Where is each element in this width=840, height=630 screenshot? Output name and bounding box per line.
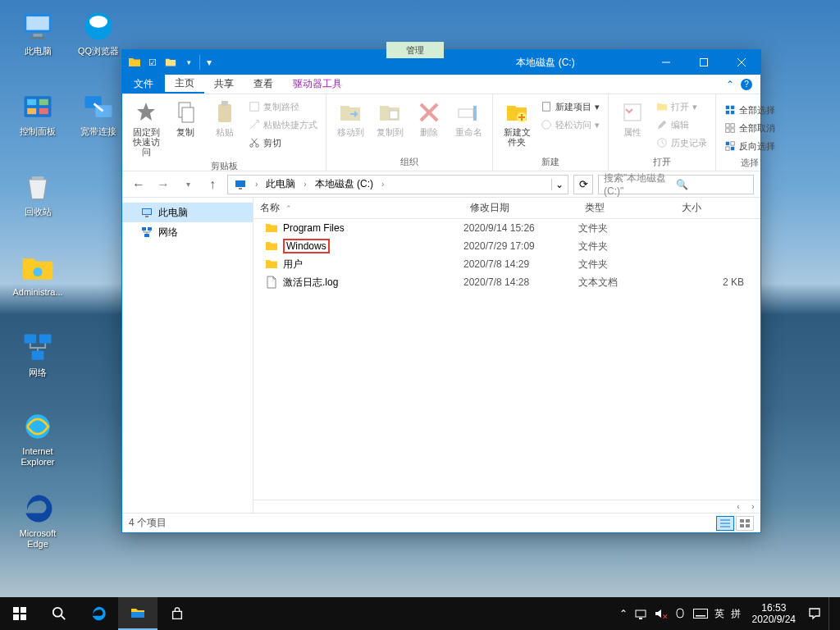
qat-dropdown-icon[interactable]: ▾ [181,55,196,70]
desktop-icon-ie[interactable]: Internet Explorer [8,409,67,468]
start-button[interactable] [0,597,39,630]
close-button[interactable] [723,50,760,75]
svg-rect-26 [221,101,228,106]
paste-button[interactable]: 粘贴 [208,98,242,139]
up-button[interactable]: ↑ [203,175,222,194]
file-row[interactable]: 用户2020/7/8 14:29文件夹 [253,255,760,273]
file-row[interactable]: Windows2020/7/29 17:09文件夹 [253,237,760,255]
back-button[interactable]: ← [129,175,148,194]
svg-rect-25 [218,104,231,122]
easy-access-button[interactable]: 轻松访问 ▾ [539,116,601,134]
minimize-button[interactable] [647,50,685,75]
help-icon[interactable]: ? [741,79,752,90]
tray-ime-mode[interactable]: 拼 [731,607,741,621]
refresh-button[interactable]: ⟳ [573,175,593,194]
tab-file[interactable]: 文件 [122,75,165,94]
select-all-button[interactable]: 全部选择 [723,101,777,119]
move-to-button[interactable]: 移动到 [333,98,368,139]
desktop-icon-this-pc[interactable]: 此电脑 [8,8,67,57]
delete-button[interactable]: 删除 [412,98,446,139]
copy-to-button[interactable]: 复制到 [372,98,407,139]
tray-volume-muted-icon[interactable]: ✕ [654,607,667,620]
desktop-icon-recycle-bin[interactable]: 回收站 [8,169,67,217]
svg-rect-68 [21,607,26,613]
taskbar-explorer[interactable] [118,597,158,630]
file-row[interactable]: 激活日志.log2020/7/8 14:28文本文档2 KB [253,273,760,291]
tray-clock[interactable]: 16:53 2020/9/24 [747,602,801,626]
group-open-label: 打开 [653,154,671,171]
action-center-icon[interactable] [807,606,822,621]
tab-view[interactable]: 查看 [244,75,283,94]
group-organize-label: 组织 [400,154,418,171]
col-type[interactable]: 类型 [578,198,675,218]
col-date[interactable]: 修改日期 [463,198,578,218]
desktop-icon-broadband[interactable]: 宽带连接 [69,89,128,137]
copy-path-button[interactable]: 复制路径 [247,98,319,116]
breadcrumb-pc-icon[interactable] [230,176,251,194]
ribbon-tabs: 文件 主页 共享 查看 驱动器工具 ⌃ ? [122,75,760,94]
breadcrumb[interactable]: › 此电脑 › 本地磁盘 (C:) › ⌄ [227,175,568,194]
pin-to-quick-access-button[interactable]: 固定到快速访问 [129,98,163,158]
history-button[interactable]: 历史记录 [655,134,709,152]
svg-rect-64 [746,519,750,523]
taskbar-store[interactable] [158,597,197,630]
rename-button[interactable]: 重命名 [451,98,486,139]
open-button[interactable]: 打开 ▾ [655,98,709,116]
svg-rect-2 [34,34,43,37]
show-desktop-button[interactable] [829,597,833,630]
desktop-icon-network[interactable]: 网络 [8,330,67,378]
breadcrumb-dropdown-icon[interactable]: ⌄ [551,179,566,190]
desktop-icon-admin-folder[interactable]: Administra... [8,249,67,298]
qat-checkbox-icon[interactable]: ☑ [145,55,160,70]
svg-rect-7 [27,99,36,105]
qat-folder-icon[interactable] [163,55,178,70]
invert-selection-button[interactable]: 反向选择 [723,137,777,155]
search-task-button[interactable] [39,597,79,630]
scroll-left-button[interactable]: ‹ [731,500,746,513]
tray-network-icon[interactable] [634,607,647,620]
chevron-right-icon[interactable]: › [379,180,386,189]
qat-overflow-icon[interactable]: ▾ [199,55,214,70]
select-none-button[interactable]: 全部取消 [723,119,777,137]
tab-drive-tools[interactable]: 驱动器工具 [283,75,352,94]
desktop-icon-control-panel[interactable]: 控制面板 [8,89,67,137]
forward-button[interactable]: → [153,175,173,194]
maximize-button[interactable] [685,50,723,75]
tray-overflow-icon[interactable]: ⌃ [619,608,628,619]
tab-share[interactable]: 共享 [204,75,244,94]
svg-rect-15 [25,335,37,344]
breadcrumb-this-pc[interactable]: 此电脑 [262,176,299,194]
tab-home[interactable]: 主页 [165,75,204,94]
paste-shortcut-button[interactable]: 粘贴快捷方式 [247,116,319,134]
search-input[interactable]: 搜索"本地磁盘 (C:)"🔍 [598,175,754,194]
edit-button[interactable]: 编辑 [655,116,709,134]
view-large-icons-button[interactable] [736,516,754,531]
col-name[interactable]: 名称 ⌃ [253,198,463,218]
cut-button[interactable]: 剪切 [247,134,319,152]
scroll-right-button[interactable]: › [746,500,760,513]
col-size[interactable]: 大小 [675,198,760,218]
file-row[interactable]: Program Files2020/9/14 15:26文件夹 [253,219,760,237]
new-folder-button[interactable]: 新建文件夹 [500,98,534,148]
titlebar[interactable]: ☑ ▾ ▾ 管理 本地磁盘 (C:) [122,50,760,75]
navpane-this-pc[interactable]: 此电脑 [122,203,253,222]
desktop-icon-qq-browser[interactable]: QQ浏览器 [69,8,128,57]
properties-button[interactable]: 属性 [615,98,650,139]
view-details-button[interactable] [716,516,734,531]
tray-ime-lang[interactable]: 英 [714,607,724,621]
navpane-network[interactable]: 网络 [122,222,253,242]
system-tray: ⌃ ✕ 英 拼 16:53 2020/9/24 [613,597,840,630]
new-item-button[interactable]: 新建项目 ▾ [539,98,601,116]
tray-keyboard-icon[interactable] [693,609,708,619]
copy-button[interactable]: 复制 [168,98,203,139]
taskbar-edge[interactable] [79,597,118,630]
breadcrumb-drive[interactable]: 本地磁盘 (C:) [311,176,377,194]
desktop-icon-edge[interactable]: Microsoft Edge [8,491,67,550]
minimize-ribbon-icon[interactable]: ⌃ [726,79,734,90]
chevron-right-icon[interactable]: › [253,180,260,189]
chevron-right-icon[interactable]: › [301,180,308,189]
navigation-pane: 此电脑 网络 [122,198,253,513]
tray-input-method-icon[interactable] [673,607,687,620]
recent-locations-button[interactable]: ▾ [178,175,198,194]
svg-rect-67 [13,607,19,613]
